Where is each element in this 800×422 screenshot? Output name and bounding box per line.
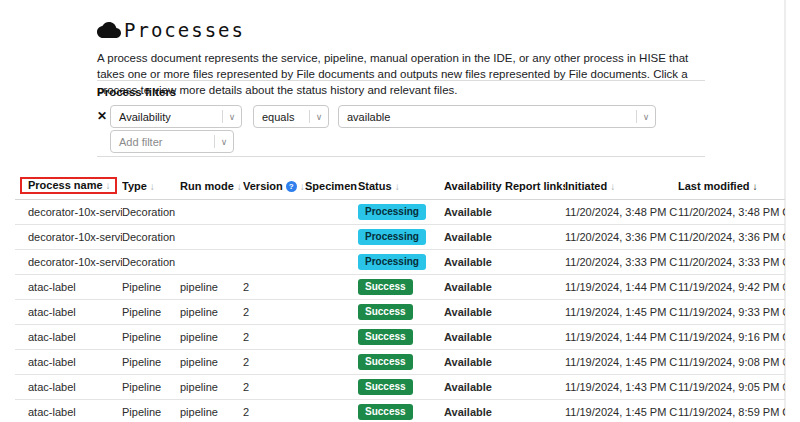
cell-initiated: 11/20/2024, 3:33 PM CST — [565, 250, 678, 275]
cell-run-mode: pipeline — [180, 375, 243, 400]
column-label: Initiated — [565, 180, 607, 192]
cell-status: Success — [358, 400, 444, 422]
filter-value-select[interactable]: available ∨ — [338, 105, 656, 128]
column-header-type[interactable]: Type↓ — [122, 175, 180, 200]
cell-last-modified: 11/19/2024, 8:59 PM CST — [678, 400, 785, 422]
cell-process-name: atac-label — [15, 275, 122, 300]
column-header-report-links: Report links — [505, 175, 565, 200]
cell-specimen — [305, 300, 358, 325]
column-header-status[interactable]: Status↓ — [358, 175, 444, 200]
cell-run-mode: pipeline — [180, 325, 243, 350]
cell-initiated: 11/19/2024, 1:45 PM CST — [565, 350, 678, 375]
column-label: Process name — [28, 179, 103, 191]
table-row[interactable]: atac-labelPipelinepipeline2SuccessAvaila… — [15, 275, 785, 300]
highlight-annotation-box: Process name↓ — [20, 177, 117, 194]
status-badge: Success — [358, 354, 413, 370]
cell-process-name: atac-label — [15, 325, 122, 350]
cell-last-modified: 11/19/2024, 9:08 PM CST — [678, 350, 785, 375]
filter-operator-value: equals — [254, 111, 309, 123]
cell-type: Pipeline — [122, 375, 180, 400]
cell-status: Processing — [358, 250, 444, 275]
column-header-process-name[interactable]: Process name↓ — [15, 175, 122, 200]
column-header-version[interactable]: Version?↓ — [243, 175, 305, 200]
cell-specimen — [305, 375, 358, 400]
table-row[interactable]: atac-labelPipelinepipeline2SuccessAvaila… — [15, 375, 785, 400]
cell-process-name: atac-label — [15, 300, 122, 325]
remove-filter-button[interactable]: ✕ — [95, 109, 109, 123]
table-row[interactable]: decorator-10x-serviceDecorationProcessin… — [15, 200, 785, 225]
table-body: decorator-10x-serviceDecorationProcessin… — [15, 200, 785, 422]
chevron-down-icon: ∨ — [310, 112, 328, 122]
cell-report-links — [505, 200, 565, 225]
cell-version: 2 — [243, 275, 305, 300]
sort-arrow-icon: ↓ — [237, 181, 242, 192]
column-label: Version — [243, 180, 283, 192]
sort-arrow-icon: ↓ — [610, 181, 615, 192]
cell-last-modified: 11/19/2024, 9:05 PM CST — [678, 375, 785, 400]
table-row[interactable]: atac-labelPipelinepipeline2SuccessAvaila… — [15, 400, 785, 422]
cell-specimen — [305, 250, 358, 275]
cell-status: Success — [358, 350, 444, 375]
divider — [97, 80, 705, 81]
help-icon[interactable]: ? — [286, 181, 297, 192]
cell-status: Success — [358, 375, 444, 400]
cell-run-mode — [180, 225, 243, 250]
table-row[interactable]: atac-labelPipelinepipeline2SuccessAvaila… — [15, 350, 785, 375]
cell-process-name: decorator-10x-service — [15, 200, 122, 225]
cell-status: Success — [358, 325, 444, 350]
column-header-run-mode[interactable]: Run mode↓ — [180, 175, 243, 200]
column-label: Last modified — [678, 180, 750, 192]
cell-run-mode: pipeline — [180, 350, 243, 375]
filter-operator-select[interactable]: equals ∨ — [253, 105, 329, 128]
cell-report-links — [505, 250, 565, 275]
cell-type: Decoration — [122, 250, 180, 275]
cell-report-links — [505, 350, 565, 375]
cell-availability: Available — [444, 225, 505, 250]
cell-report-links — [505, 225, 565, 250]
cell-type: Pipeline — [122, 325, 180, 350]
page-header: Processes A process document represents … — [97, 18, 709, 98]
filter-value-value: available — [339, 111, 636, 123]
status-badge: Processing — [358, 254, 426, 270]
cell-specimen — [305, 400, 358, 422]
cell-type: Pipeline — [122, 350, 180, 375]
table-row[interactable]: atac-labelPipelinepipeline2SuccessAvaila… — [15, 300, 785, 325]
column-header-last-modified[interactable]: Last modified↓ — [678, 175, 785, 200]
cell-status: Processing — [358, 225, 444, 250]
cell-report-links — [505, 275, 565, 300]
cell-version — [243, 250, 305, 275]
sort-arrow-icon: ↓ — [150, 181, 155, 192]
filter-field-value: Availability — [111, 111, 222, 123]
column-header-availability: Availability — [444, 175, 505, 200]
table-row[interactable]: atac-labelPipelinepipeline2SuccessAvaila… — [15, 325, 785, 350]
column-header-initiated[interactable]: Initiated↓ — [565, 175, 678, 200]
cell-run-mode: pipeline — [180, 400, 243, 422]
cell-run-mode: pipeline — [180, 275, 243, 300]
cell-availability: Available — [444, 200, 505, 225]
cell-specimen — [305, 275, 358, 300]
page-description: A process document represents the servic… — [97, 50, 709, 98]
column-label: Specimen — [305, 180, 357, 192]
sort-arrow-icon: ↓ — [106, 180, 111, 191]
cell-last-modified: 11/20/2024, 3:33 PM CST — [678, 250, 785, 275]
chevron-down-icon: ∨ — [637, 112, 655, 122]
cell-specimen — [305, 225, 358, 250]
cell-initiated: 11/19/2024, 1:45 PM CST — [565, 300, 678, 325]
table-row[interactable]: decorator-10x-serviceDecorationProcessin… — [15, 225, 785, 250]
add-filter-placeholder: Add filter — [111, 136, 214, 148]
cell-initiated: 11/19/2024, 1:44 PM CST — [565, 325, 678, 350]
cell-version: 2 — [243, 325, 305, 350]
table-row[interactable]: decorator-10x-serviceDecorationProcessin… — [15, 250, 785, 275]
cell-availability: Available — [444, 300, 505, 325]
cell-type: Decoration — [122, 200, 180, 225]
cell-status: Success — [358, 300, 444, 325]
cell-version — [243, 225, 305, 250]
cell-process-name: atac-label — [15, 400, 122, 422]
cell-initiated: 11/20/2024, 3:48 PM CST — [565, 200, 678, 225]
filter-field-select[interactable]: Availability ∨ — [110, 105, 242, 128]
cell-process-name: decorator-10x-service — [15, 250, 122, 275]
page-title: Processes — [124, 19, 245, 41]
sort-arrow-icon: ↓ — [395, 181, 400, 192]
cell-availability: Available — [444, 350, 505, 375]
add-filter-select[interactable]: Add filter ∨ — [110, 130, 234, 153]
